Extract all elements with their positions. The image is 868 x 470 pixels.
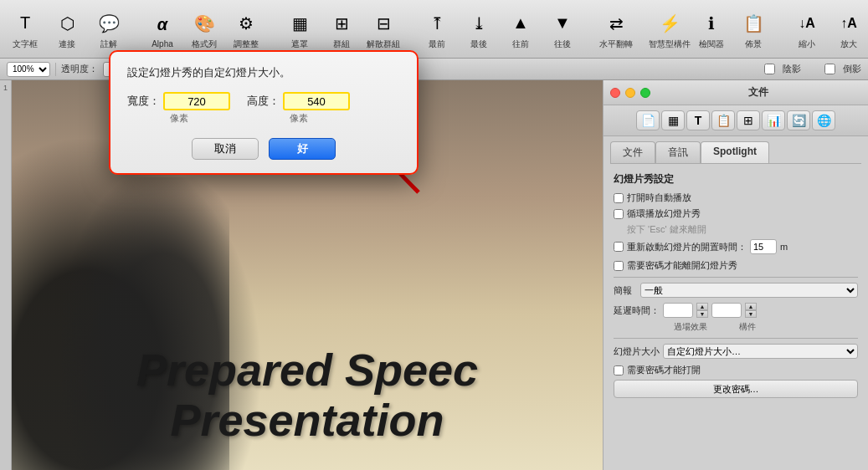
toolbar-smaller-label: 縮小 [799,38,815,50]
height-input[interactable] [283,92,350,110]
close-button[interactable] [610,88,620,98]
toolbar-forward[interactable]: ▲ 往前 [502,4,539,54]
loop-checkbox[interactable] [614,209,624,219]
toolbar-comment[interactable]: 💬 註解 [90,4,127,54]
autoplay-checkbox[interactable] [614,193,624,203]
panel-icon-clipboard[interactable]: 📋 [711,110,735,130]
slide-size-select[interactable]: 自定幻燈片大小… 800x600 1024x768 [663,344,858,359]
toolbar-smart-label: 智慧型構件 [649,38,691,50]
toolbar-backward-label: 往後 [554,38,571,50]
delay-left-up[interactable]: ▲ [696,303,708,310]
delay-left-stepper[interactable]: ▲ ▼ [696,303,708,318]
reflection-checkbox[interactable] [824,64,835,74]
delay-right-up[interactable]: ▲ [745,303,757,310]
toolbar-connect[interactable]: ⬡ 連接 [49,4,85,54]
toolbar-larger[interactable]: ↑A 放大 [830,4,867,54]
panel-icon-table[interactable]: ⊞ [737,110,760,130]
slide-number-bar: 1 [0,80,12,470]
delay-left-down[interactable]: ▼ [696,310,708,318]
tab-spotlight[interactable]: Spotlight [701,141,769,163]
custom-slide-size-dialog: 設定幻燈片秀的自定幻燈片大小。 寬度： 像素 高度： 像素 取消 好 [109,50,419,175]
panel-icon-refresh[interactable]: 🔄 [787,110,810,130]
tab-audio[interactable]: 音訊 [655,141,701,163]
width-label: 寬度： [127,94,160,109]
slide-size-label: 幻燈片大小 [614,345,660,358]
restart-time-input[interactable] [750,239,777,254]
cancel-button[interactable]: 取消 [192,138,259,160]
panel-icon-web[interactable]: 🌐 [812,110,835,130]
delay-labels-row: 過場效果 構件 [614,321,858,333]
toolbar-text[interactable]: T 文字框 [7,4,44,54]
toolbar-cover[interactable]: ▦ 遮罩 [281,4,318,54]
backward-icon: ▼ [549,10,576,37]
connect-icon: ⬡ [54,10,80,37]
delay-left-label: 過場效果 [674,321,707,333]
toolbar-connect-label: 連接 [59,38,75,50]
password-row: 需要密碼才能離開幻燈片秀 [614,259,858,272]
toolbar-template[interactable]: 📋 佈景 [735,4,772,54]
toolbar-format[interactable]: 🎨 格式列 [186,4,223,54]
loop-label: 循環播放幻燈片秀 [627,207,701,220]
smaller-icon: ↓A [794,10,820,37]
ok-button[interactable]: 好 [269,138,336,160]
toolbar-back[interactable]: ⤓ 最後 [460,4,497,54]
delay-right-stepper[interactable]: ▲ ▼ [745,303,757,318]
larger-icon: ↑A [835,10,862,37]
summary-select[interactable]: 一般 [640,283,858,298]
password-checkbox[interactable] [614,261,624,271]
toolbar-ungroup[interactable]: ⊟ 解散群組 [365,4,402,54]
panel-icon-doc[interactable]: 📄 [636,110,660,130]
shadow-checkbox[interactable] [764,64,775,74]
panel-icon-text[interactable]: T [686,110,710,130]
toolbar-alpha[interactable]: α Alpha [144,4,181,54]
width-input[interactable] [163,92,230,110]
dialog-buttons: 取消 好 [127,138,400,160]
adjust-icon: ⚙ [233,10,259,37]
delay-left-input[interactable] [663,303,693,318]
toolbar-backward[interactable]: ▼ 往後 [544,4,581,54]
slide-title: Prepared Speec Presentation [12,345,603,445]
align-icon: ⇄ [603,10,629,37]
change-password-button[interactable]: 更改密碼… [614,380,858,398]
toolbar-back-label: 最後 [470,38,487,50]
summary-row: 簡報 一般 [614,283,858,298]
restart-checkbox[interactable] [614,242,624,252]
toolbar-smaller[interactable]: ↓A 縮小 [788,4,825,54]
password2-row: 需要密碼才能打開 [614,364,858,376]
text-icon: T [12,10,39,37]
toolbar-cover-label: 遮罩 [291,38,308,50]
opacity-label: 透明度： [61,63,98,75]
panel-icon-bar: 📄 ▦ T 📋 ⊞ 📊 🔄 🌐 [603,105,868,136]
toolbar-adjust[interactable]: ⚙ 調整整 [228,4,265,54]
toolbar-front[interactable]: ⤒ 最前 [419,4,455,54]
toolbar-align[interactable]: ⇄ 水平翻轉 [598,4,634,54]
maximize-button[interactable] [640,88,650,98]
comment-icon: 💬 [95,10,122,37]
toolbar-text-label: 文字框 [13,38,38,50]
toolbar-smart[interactable]: ⚡ 智慧型構件 [651,4,688,54]
delay-right-down[interactable]: ▼ [745,310,757,318]
minimize-button[interactable] [625,88,635,98]
height-field: 高度： 像素 [247,92,350,125]
toolbar-template-label: 佈景 [745,38,762,50]
delay-right-label: 構件 [731,321,764,333]
format-icon: 🎨 [191,10,218,37]
delay-right-input[interactable] [711,303,742,318]
toolbar-inspector[interactable]: ℹ 檢閱器 [693,4,730,54]
zoom-select[interactable]: 100% 75% 50% [7,62,50,77]
panel-icon-chart[interactable]: 📊 [762,110,785,130]
toolbar-align-label: 水平翻轉 [599,38,633,50]
inspector-panel: 文件 📄 ▦ T 📋 ⊞ 📊 🔄 🌐 文件 音訊 Spotlight 幻燈片秀設… [603,80,868,470]
loop-sub-row: 按下 'Esc' 鍵來離開 [614,223,858,236]
front-icon: ⤒ [424,10,450,37]
height-label: 高度： [247,94,280,109]
tab-document[interactable]: 文件 [610,141,655,163]
toolbar-alpha-label: Alpha [152,39,173,49]
toolbar-group[interactable]: ⊞ 群組 [323,4,360,54]
slideshow-section-title: 幻燈片秀設定 [614,172,858,186]
password2-checkbox[interactable] [614,365,624,375]
loop-row: 循環播放幻燈片秀 [614,207,858,220]
slide-title-line2: Presentation [28,396,586,445]
divider-1 [614,277,858,278]
panel-icon-layout[interactable]: ▦ [661,110,685,130]
